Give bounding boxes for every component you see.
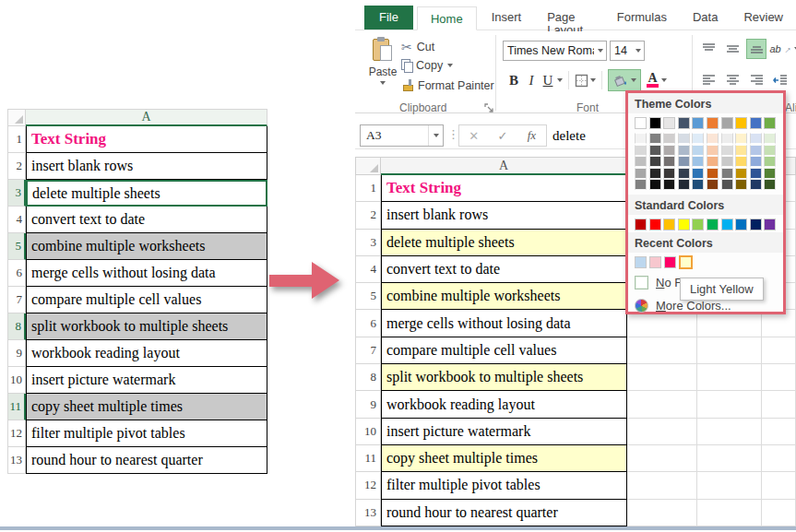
row-header[interactable]: 13 — [355, 500, 381, 526]
theme-tint-swatch[interactable] — [635, 179, 647, 190]
standard-color-swatch[interactable] — [750, 219, 762, 231]
standard-color-swatch[interactable] — [707, 219, 719, 231]
row-header[interactable]: 4 — [355, 256, 381, 283]
empty-cell[interactable] — [627, 472, 697, 499]
standard-color-swatch[interactable] — [678, 219, 690, 231]
theme-tint-swatch[interactable] — [764, 156, 776, 167]
cell[interactable]: combine multiple worksheets — [381, 283, 627, 310]
fill-color-button[interactable] — [608, 69, 641, 91]
recent-color-swatch[interactable] — [649, 256, 661, 268]
column-header-a[interactable]: A — [381, 157, 627, 175]
row-header[interactable]: 13 — [7, 447, 26, 474]
ribbon-tab[interactable]: Data — [680, 6, 731, 30]
cell[interactable]: delete multiple sheets — [381, 230, 627, 256]
theme-color-swatch[interactable] — [635, 117, 647, 129]
theme-tint-swatch[interactable] — [750, 179, 762, 190]
row-header[interactable]: 5 — [355, 283, 381, 310]
theme-tint-swatch[interactable] — [678, 156, 690, 167]
align-right-button[interactable] — [746, 70, 766, 90]
clipboard-dialog-launcher[interactable] — [484, 103, 494, 113]
font-size-combo[interactable]: 14 — [610, 41, 645, 61]
theme-tint-swatch[interactable] — [649, 133, 661, 144]
empty-cell[interactable] — [697, 472, 762, 499]
theme-tint-swatch[interactable] — [663, 133, 675, 144]
bold-button[interactable]: B — [505, 73, 522, 89]
theme-tint-swatch[interactable] — [735, 179, 747, 190]
row-header[interactable]: 6 — [7, 260, 26, 287]
empty-cell[interactable] — [697, 445, 762, 472]
cell[interactable]: combine multiple worksheets — [26, 233, 267, 260]
cell[interactable]: merge cells without losing data — [26, 260, 267, 287]
cell[interactable]: round hour to nearest quarter — [381, 500, 627, 526]
row-header[interactable]: 10 — [7, 367, 26, 394]
theme-tint-swatch[interactable] — [735, 156, 747, 167]
row-header[interactable]: 10 — [355, 419, 381, 445]
theme-tint-swatch[interactable] — [692, 145, 704, 156]
cell[interactable]: copy sheet multiple times — [381, 445, 627, 472]
cut-button[interactable]: ✂ Cut — [401, 39, 434, 54]
theme-tint-swatch[interactable] — [649, 168, 661, 179]
cell[interactable]: compare multiple cell values — [26, 287, 267, 313]
italic-button[interactable]: I — [524, 73, 539, 89]
empty-cell[interactable] — [697, 391, 762, 418]
theme-tint-swatch[interactable] — [635, 133, 647, 144]
theme-tint-swatch[interactable] — [707, 145, 719, 156]
middle-align-button[interactable] — [722, 39, 743, 59]
cell[interactable]: workbook reading layout — [26, 340, 267, 367]
cancel-icon[interactable]: ✕ — [459, 125, 488, 146]
row-header[interactable]: 11 — [355, 445, 381, 472]
underline-button[interactable]: U — [541, 73, 555, 89]
theme-tint-swatch[interactable] — [735, 145, 747, 156]
formula-input[interactable]: delete — [552, 124, 624, 147]
ribbon-tab[interactable]: Formulas — [604, 6, 680, 30]
row-header[interactable]: 3 — [7, 180, 26, 207]
borders-dropdown-arrow[interactable] — [590, 78, 596, 82]
theme-tint-swatch[interactable] — [735, 133, 747, 144]
row-header[interactable]: 9 — [7, 340, 26, 367]
enter-icon[interactable]: ✓ — [488, 125, 517, 146]
cell[interactable]: filter multiple pivot tables — [26, 420, 267, 447]
copy-dropdown-arrow[interactable] — [447, 64, 453, 67]
theme-tint-swatch[interactable] — [707, 156, 719, 167]
empty-cell[interactable] — [697, 419, 762, 445]
cell[interactable]: split workbook to multiple sheets — [26, 313, 267, 340]
empty-cell[interactable] — [627, 391, 697, 418]
borders-button[interactable] — [575, 74, 588, 88]
row-header[interactable]: 8 — [355, 364, 381, 391]
cell[interactable]: filter multiple pivot tables — [381, 472, 627, 499]
theme-tint-swatch[interactable] — [764, 168, 776, 179]
row-header[interactable]: 8 — [7, 313, 26, 340]
theme-tint-swatch[interactable] — [635, 168, 647, 179]
theme-color-swatch[interactable] — [663, 117, 675, 129]
cell[interactable]: insert picture watermark — [26, 367, 267, 394]
empty-cell[interactable] — [697, 500, 762, 526]
font-name-dropdown-arrow[interactable] — [598, 49, 603, 53]
recent-color-swatch[interactable] — [635, 256, 647, 268]
theme-tint-swatch[interactable] — [692, 179, 704, 190]
select-all-corner[interactable] — [7, 109, 26, 126]
name-box[interactable]: A3 — [360, 124, 444, 147]
row-header[interactable]: 1 — [355, 175, 381, 202]
empty-cell[interactable] — [627, 500, 697, 526]
theme-color-swatch[interactable] — [721, 117, 733, 129]
font-size-dropdown-arrow[interactable] — [636, 49, 641, 53]
theme-tint-swatch[interactable] — [707, 133, 719, 144]
font-name-combo[interactable]: Times New Roma — [503, 41, 607, 61]
cell[interactable]: split workbook to multiple sheets — [381, 364, 627, 391]
empty-cell[interactable] — [627, 364, 697, 391]
ribbon-tab[interactable]: Insert — [479, 6, 535, 30]
row-header[interactable]: 5 — [7, 233, 26, 260]
theme-tint-swatch[interactable] — [721, 145, 733, 156]
cell[interactable]: insert blank rows — [381, 202, 627, 229]
cell[interactable]: copy sheet multiple times — [26, 394, 267, 420]
theme-tint-swatch[interactable] — [721, 168, 733, 179]
ribbon-tab[interactable]: Page Layout — [534, 6, 604, 30]
theme-tint-swatch[interactable] — [750, 156, 762, 167]
cell[interactable]: compare multiple cell values — [381, 337, 627, 364]
theme-tint-swatch[interactable] — [663, 156, 675, 167]
empty-cell[interactable] — [762, 391, 796, 418]
align-center-button[interactable] — [722, 70, 743, 90]
bottom-align-button[interactable] — [746, 39, 766, 59]
theme-tint-swatch[interactable] — [692, 133, 704, 144]
ribbon-tab[interactable]: File — [364, 6, 413, 30]
